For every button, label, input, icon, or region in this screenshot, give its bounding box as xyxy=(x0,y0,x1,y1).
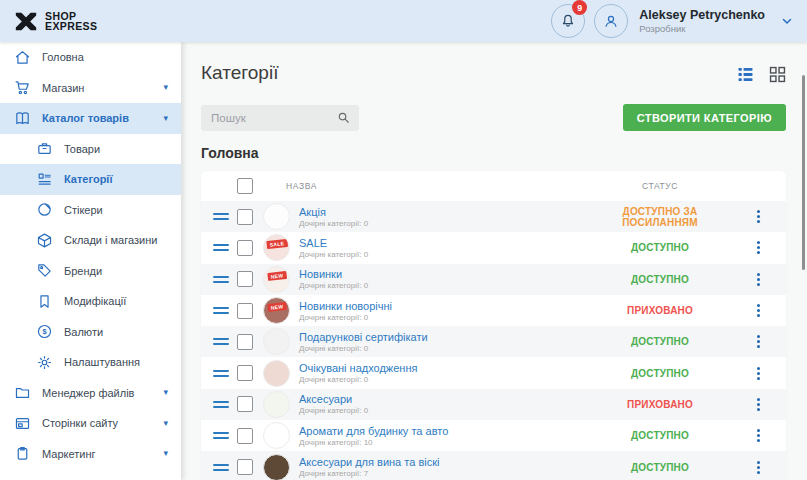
top-header: SHOP EXPRESS 9 xyxy=(0,0,807,42)
status-badge: ДОСТУПНО xyxy=(590,368,730,379)
sidebar-item-catalog[interactable]: Каталог товарів ▾ xyxy=(0,103,181,134)
scrollbar-thumb[interactable] xyxy=(802,75,805,270)
main-content: Категорії xyxy=(181,42,807,480)
row-checkbox[interactable] xyxy=(237,459,253,475)
table-row: Аксесуари Дочірні категорії: 0 ПРИХОВАНО xyxy=(201,389,786,420)
category-name-link[interactable]: Аксесуари xyxy=(299,393,352,405)
sidebar-item-settings[interactable]: Налаштування xyxy=(0,347,181,378)
category-name-link[interactable]: Очікувані надходження xyxy=(299,362,417,374)
sidebar-item-marketing[interactable]: Маркетинг ▾ xyxy=(0,439,181,470)
drag-handle-icon[interactable] xyxy=(213,370,229,377)
sidebar-item-files[interactable]: Менеджер файлів ▾ xyxy=(0,378,181,409)
drag-handle-icon[interactable] xyxy=(213,307,229,314)
sidebar-item-pages[interactable]: Сторінки сайту ▾ xyxy=(0,408,181,439)
row-menu-button[interactable] xyxy=(730,273,786,286)
page-head: Категорії xyxy=(201,62,786,84)
row-checkbox[interactable] xyxy=(237,396,253,412)
person-icon xyxy=(602,12,620,30)
category-name-link[interactable]: Аромати для будинку та авто xyxy=(299,425,448,437)
category-children-count: Дочірні категорії: 0 xyxy=(299,219,590,228)
grid-view-button[interactable] xyxy=(769,66,786,83)
shop-express-logo[interactable]: SHOP EXPRESS xyxy=(13,8,97,34)
category-children-count: Дочірні категорії: 10 xyxy=(299,438,590,447)
column-name: НАЗВА xyxy=(286,181,590,191)
sidebar-item-currencies[interactable]: $ Валюти xyxy=(0,317,181,348)
table-row: Аксесуари для вина та віскі Дочірні кате… xyxy=(201,451,786,480)
modifications-icon xyxy=(36,293,53,310)
files-icon xyxy=(14,384,31,401)
products-icon xyxy=(36,140,53,157)
drag-handle-icon[interactable] xyxy=(213,338,229,345)
chevron-down-icon: ▾ xyxy=(163,114,168,123)
table-row: NEW Новинки новорічні Дочірні категорії:… xyxy=(201,295,786,326)
table-row: Аромати для будинку та авто Дочірні кате… xyxy=(201,420,786,451)
row-menu-button[interactable] xyxy=(730,304,786,317)
drag-handle-icon[interactable] xyxy=(213,276,229,283)
marketing-icon xyxy=(14,445,31,462)
row-checkbox[interactable] xyxy=(237,209,253,225)
row-menu-button[interactable] xyxy=(730,241,786,254)
list-view-button[interactable] xyxy=(737,66,754,83)
home-icon xyxy=(14,49,31,66)
row-checkbox[interactable] xyxy=(237,365,253,381)
drag-handle-icon[interactable] xyxy=(213,244,229,251)
sidebar-item-home[interactable]: Головна xyxy=(0,42,181,73)
select-all-checkbox[interactable] xyxy=(237,178,253,194)
thumbnail-ribbon: NEW xyxy=(267,302,286,312)
user-meta: Aleksey Petrychenko Розробник xyxy=(639,8,765,34)
row-checkbox[interactable] xyxy=(237,428,253,444)
sidebar-item-warehouses[interactable]: Склади і магазини xyxy=(0,225,181,256)
row-menu-button[interactable] xyxy=(730,398,786,411)
row-checkbox[interactable] xyxy=(237,303,253,319)
drag-handle-icon[interactable] xyxy=(213,213,229,220)
notifications-button[interactable]: 9 xyxy=(551,4,585,38)
category-name-link[interactable]: Подарункові сертифікати xyxy=(299,331,428,343)
user-avatar[interactable] xyxy=(594,4,628,38)
categories-table: НАЗВА СТАТУС Акція Дочірні категорії: 0 … xyxy=(201,171,786,480)
section-title: Головна xyxy=(201,145,786,161)
category-children-count: Дочірні категорії: 0 xyxy=(299,313,590,322)
row-menu-button[interactable] xyxy=(730,210,786,223)
user-menu-chevron-icon[interactable] xyxy=(780,14,794,28)
row-menu-button[interactable] xyxy=(730,429,786,442)
search-input[interactable] xyxy=(209,111,336,125)
drag-handle-icon[interactable] xyxy=(213,464,229,471)
user-name: Aleksey Petrychenko xyxy=(639,8,765,22)
category-name-link[interactable]: Новинки xyxy=(299,268,342,280)
header-right: 9 Aleksey Petrychenko Розробник xyxy=(551,4,794,38)
catalog-icon xyxy=(14,110,31,127)
column-status: СТАТУС xyxy=(590,181,730,191)
table-header: НАЗВА СТАТУС xyxy=(201,171,786,201)
status-badge: ДОСТУПНО xyxy=(590,336,730,347)
row-checkbox[interactable] xyxy=(237,240,253,256)
row-checkbox[interactable] xyxy=(237,334,253,350)
create-category-button[interactable]: СТВОРИТИ КАТЕГОРІЮ xyxy=(623,104,786,131)
row-menu-button[interactable] xyxy=(730,335,786,348)
sidebar-item-products[interactable]: Товари xyxy=(0,134,181,165)
status-badge: ПРИХОВАНО xyxy=(590,399,730,410)
category-thumbnail: SALE xyxy=(263,234,290,261)
drag-handle-icon[interactable] xyxy=(213,432,229,439)
chevron-down-icon: ▾ xyxy=(163,83,168,92)
drag-handle-icon[interactable] xyxy=(213,401,229,408)
category-thumbnail xyxy=(263,360,290,387)
sidebar-item-categories[interactable]: Категорії xyxy=(0,164,181,195)
category-name-link[interactable]: Акція xyxy=(299,206,326,218)
scrollbar[interactable] xyxy=(800,42,807,480)
sidebar-item-brands[interactable]: Бренди xyxy=(0,256,181,287)
row-menu-button[interactable] xyxy=(730,367,786,380)
chevron-down-icon: ▾ xyxy=(163,449,168,458)
thumbnail-ribbon: NEW xyxy=(267,271,286,281)
row-menu-button[interactable] xyxy=(730,461,786,474)
status-badge: ДОСТУПНО xyxy=(590,430,730,441)
category-children-count: Дочірні категорії: 0 xyxy=(299,375,590,384)
category-name-link[interactable]: Аксесуари для вина та віскі xyxy=(299,456,439,468)
sidebar-item-cart[interactable]: Магазин ▾ xyxy=(0,73,181,104)
table-row: Акція Дочірні категорії: 0 ДОСТУПНО ЗА П… xyxy=(201,201,786,232)
category-name-link[interactable]: Новинки новорічні xyxy=(299,300,392,312)
category-name-link[interactable]: SALE xyxy=(299,237,327,249)
sidebar-item-modifications[interactable]: Модифікації xyxy=(0,286,181,317)
category-thumbnail xyxy=(263,391,290,418)
sidebar-item-stickers[interactable]: Стікери xyxy=(0,195,181,226)
row-checkbox[interactable] xyxy=(237,271,253,287)
